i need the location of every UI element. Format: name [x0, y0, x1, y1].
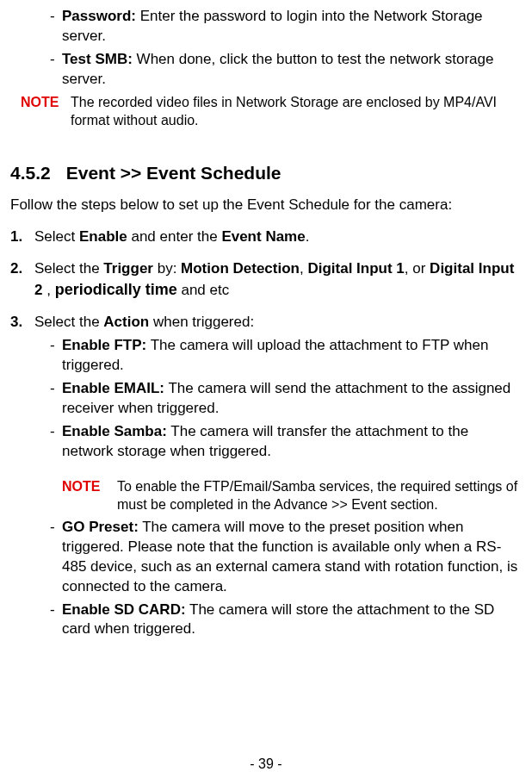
- step-3-t2: when triggered:: [149, 314, 254, 330]
- bullet-email-content: Enable EMAIL: The camera will send the a…: [62, 379, 522, 419]
- bullet-dash: -: [50, 7, 62, 47]
- bullet-password-label: Password:: [62, 8, 136, 24]
- step-1-t2: and enter the: [127, 228, 222, 245]
- bullet-email-label: Enable EMAIL:: [62, 380, 164, 396]
- step-1-content: Select Enable and enter the Event Name.: [34, 227, 522, 247]
- note-storage: NOTE The recorded video files in Network…: [10, 93, 522, 130]
- step-2: 2. Select the Trigger by: Motion Detecti…: [10, 259, 522, 301]
- bullet-samba-content: Enable Samba: The camera will transfer t…: [62, 422, 522, 462]
- bullet-sdcard-label: Enable SD CARD:: [62, 601, 186, 618]
- step-2-t1: Select the: [34, 260, 103, 277]
- step-2-b1: Trigger: [103, 260, 153, 277]
- section-heading: 4.5.2Event >> Event Schedule: [10, 161, 522, 185]
- note-label: NOTE: [62, 477, 117, 514]
- step-1-t3: .: [306, 228, 310, 245]
- bullet-sdcard-content: Enable SD CARD: The camera will store th…: [62, 600, 522, 640]
- step-3-t1: Select the: [34, 314, 103, 330]
- bullet-dash: -: [50, 379, 62, 419]
- bullet-sdcard: - Enable SD CARD: The camera will store …: [10, 600, 522, 640]
- bullet-samba: - Enable Samba: The camera will transfer…: [10, 422, 522, 462]
- step-2-marker: 2.: [10, 259, 34, 301]
- bullet-gopreset-content: GO Preset: The camera will move to the p…: [62, 518, 522, 597]
- bullet-samba-label: Enable Samba:: [62, 423, 167, 439]
- step-2-t2: by:: [153, 260, 181, 277]
- bullet-testsmb: - Test SMB: When done, click the button …: [10, 50, 522, 90]
- section-number: 4.5.2: [10, 161, 51, 185]
- step-3-b1: Action: [103, 314, 149, 330]
- step-2-t6: and etc: [177, 282, 230, 298]
- step-2-t4: , or: [405, 260, 430, 277]
- bullet-ftp-content: Enable FTP: The camera will upload the a…: [62, 336, 522, 376]
- step-2-t3: ,: [300, 260, 307, 277]
- step-3: 3. Select the Action when triggered:: [10, 313, 522, 333]
- step-3-content: Select the Action when triggered:: [34, 313, 522, 333]
- note-services: NOTE To enable the FTP/Email/Samba servi…: [10, 477, 522, 514]
- note-label: NOTE: [21, 93, 71, 130]
- bullet-testsmb-content: Test SMB: When done, click the button to…: [62, 50, 522, 90]
- step-2-t5: ,: [42, 282, 54, 298]
- bullet-dash: -: [50, 50, 62, 90]
- bullet-password-content: Password: Enter the password to login in…: [62, 7, 522, 47]
- bullet-dash: -: [50, 518, 62, 597]
- bullet-dash: -: [50, 336, 62, 376]
- step-1: 1. Select Enable and enter the Event Nam…: [10, 227, 522, 247]
- bullet-dash: -: [50, 600, 62, 640]
- step-2-b2: Motion Detection: [181, 260, 300, 277]
- step-2-content: Select the Trigger by: Motion Detection,…: [34, 259, 522, 301]
- bullet-ftp-label: Enable FTP:: [62, 337, 146, 353]
- bullet-password: - Password: Enter the password to login …: [10, 7, 522, 47]
- bullet-dash: -: [50, 422, 62, 462]
- bullet-gopreset: - GO Preset: The camera will move to the…: [10, 518, 522, 597]
- step-3-marker: 3.: [10, 313, 34, 333]
- step-2-b5: periodically time: [55, 281, 177, 298]
- step-1-marker: 1.: [10, 227, 34, 247]
- bullet-gopreset-label: GO Preset:: [62, 519, 139, 535]
- step-1-t1: Select: [34, 228, 79, 245]
- note-services-text: To enable the FTP/Email/Samba services, …: [117, 477, 522, 514]
- bullet-ftp: - Enable FTP: The camera will upload the…: [10, 336, 522, 376]
- step-1-b1: Enable: [79, 228, 127, 245]
- intro-text: Follow the steps below to set up the Eve…: [10, 196, 522, 215]
- note-storage-text: The recorded video files in Network Stor…: [71, 93, 522, 130]
- bullet-email: - Enable EMAIL: The camera will send the…: [10, 379, 522, 419]
- bullet-testsmb-label: Test SMB:: [62, 51, 133, 67]
- page-number: - 39 -: [0, 755, 532, 774]
- step-1-b2: Event Name: [221, 228, 305, 245]
- section-title: Event >> Event Schedule: [66, 163, 281, 183]
- step-2-b3: Digital Input 1: [307, 260, 404, 277]
